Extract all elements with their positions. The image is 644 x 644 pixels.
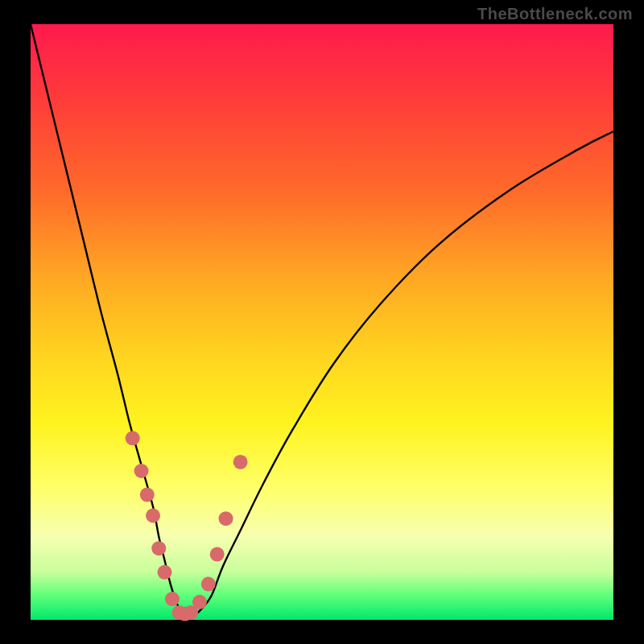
sample-marker (233, 455, 248, 469)
sample-marker (192, 595, 207, 609)
sample-marker (146, 509, 160, 523)
sample-marker (134, 464, 149, 478)
sample-marker (165, 592, 180, 606)
chart-overlay (0, 0, 644, 644)
watermark-text: TheBottleneck.com (477, 5, 633, 23)
sample-marker (140, 488, 155, 502)
curve-layer (31, 24, 613, 617)
chart-stage: TheBottleneck.com (0, 0, 644, 644)
sample-marker (219, 511, 233, 526)
sample-marker (158, 565, 172, 580)
sample-marker (126, 431, 140, 445)
markers-layer (126, 431, 248, 621)
sample-marker (201, 577, 216, 592)
bottleneck-curve-path (31, 24, 613, 617)
sample-marker (210, 547, 225, 562)
sample-marker (151, 541, 166, 555)
